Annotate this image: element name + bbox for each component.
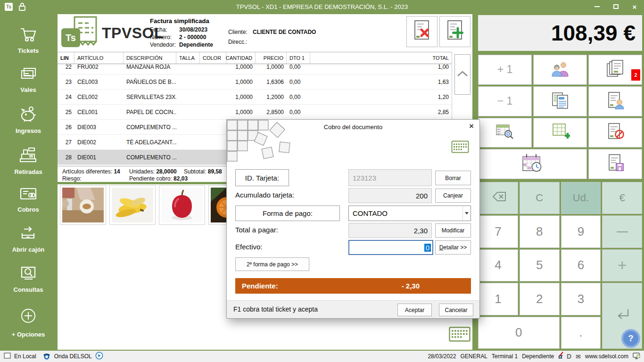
- key-2[interactable]: 2: [520, 283, 560, 315]
- euro-key[interactable]: €: [602, 182, 642, 214]
- cell-precio: 1,2000: [256, 94, 287, 100]
- key-dot[interactable]: .: [561, 317, 601, 349]
- onda-delsol-label: Onda DELSOL: [54, 353, 92, 360]
- chevron-down-icon[interactable]: [462, 206, 471, 221]
- close-button[interactable]: ×: [625, 0, 644, 13]
- ticket-customer-button[interactable]: [588, 86, 642, 116]
- units-key[interactable]: Ud.: [561, 182, 601, 214]
- f1-hint: F1 cobra total ticket y acepta: [233, 305, 318, 313]
- plus-key[interactable]: +: [602, 249, 642, 281]
- dialog-close-icon[interactable]: ×: [469, 122, 474, 131]
- detallar-button[interactable]: Detallar >>: [435, 240, 471, 255]
- total-pagar-label: Total a pagar:: [235, 226, 278, 234]
- sidebar-item-abrir-cajon[interactable]: Abrir cajón: [12, 225, 45, 253]
- delete-ticket-button[interactable]: [406, 16, 438, 47]
- minus-one-button[interactable]: − 1: [478, 86, 532, 116]
- local-checkbox[interactable]: [4, 353, 11, 360]
- cell-dto: 0,00: [287, 94, 310, 100]
- sidebar-item-label: Ingresos: [16, 127, 41, 134]
- table-row[interactable]: 22 FRU002 MANZANA ROJA 1,0000 1,0000 0,0…: [58, 64, 452, 74]
- pending-tickets-button[interactable]: 2: [588, 55, 642, 85]
- save-ticket-button[interactable]: [588, 149, 642, 179]
- col-articulo: ARTÍCULO: [74, 52, 124, 64]
- table-magnifier-icon: [495, 123, 515, 141]
- id-tarjeta-input[interactable]: 123123: [348, 169, 432, 186]
- table-row[interactable]: 25 CEL001 PAPEL DE COCIN... 1,0000 2,850…: [58, 105, 452, 120]
- schedule-document-button[interactable]: [478, 149, 587, 179]
- cell-dto: 0,00: [287, 109, 310, 115]
- sidebar-item-vales[interactable]: Vales: [18, 66, 39, 93]
- monitor-icon[interactable]: [633, 353, 640, 361]
- minus-key[interactable]: [602, 215, 642, 247]
- ticket-delete-icon: [410, 18, 434, 45]
- product-thumbnail-bananas[interactable]: [109, 185, 156, 225]
- key-3[interactable]: 3: [561, 283, 601, 315]
- total-pagar-input[interactable]: 2,30: [348, 223, 432, 238]
- scroll-up-button[interactable]: [454, 54, 471, 95]
- cancelar-button[interactable]: Cancelar: [439, 304, 473, 316]
- sidebar-item-consultas[interactable]: Consultas: [14, 265, 43, 293]
- sidebar-item-label: Consultas: [14, 286, 43, 293]
- product-thumbnail-food[interactable]: [60, 185, 106, 225]
- borrar-button[interactable]: Borrar: [435, 171, 471, 185]
- chevron-up-icon: [456, 70, 469, 79]
- plus-circle-icon: [17, 305, 39, 329]
- forma-pago-label-button[interactable]: Forma de pago:: [235, 206, 340, 221]
- en-local-label: En Local: [14, 353, 36, 360]
- table-row[interactable]: 23 CEL003 PAÑUELOS DE B... 1,0000 1,6306…: [58, 74, 452, 90]
- cancel-ticket-button[interactable]: [588, 118, 642, 148]
- efectivo-input[interactable]: 0: [348, 240, 433, 255]
- backspace-key[interactable]: [478, 182, 518, 214]
- cell-articulo: DIE003: [74, 124, 124, 131]
- direccion-label: Direcc.:: [228, 39, 248, 45]
- key-9[interactable]: 9: [561, 215, 601, 247]
- view-document-button[interactable]: [478, 118, 532, 148]
- tpvsol-logo: Ts TPVSOL: [61, 16, 156, 50]
- sidebar-item-tickets[interactable]: Tickets: [18, 26, 39, 54]
- product-thumbnail-apple[interactable]: [159, 185, 205, 225]
- acumulado-input[interactable]: 200: [348, 188, 432, 203]
- plus-one-button[interactable]: + 1: [478, 55, 532, 85]
- key-5[interactable]: 5: [520, 249, 560, 281]
- modificar-button[interactable]: Modificar: [435, 223, 471, 238]
- segunda-forma-pago-button[interactable]: 2ª forma de pago >>: [235, 257, 309, 271]
- cliente-label: Cliente:: [228, 29, 248, 35]
- new-line-button[interactable]: [533, 118, 587, 148]
- new-ticket-button[interactable]: [439, 16, 471, 47]
- key-4[interactable]: 4: [478, 249, 518, 281]
- key-1[interactable]: 1: [478, 283, 518, 315]
- sidebar-item-opciones[interactable]: + Opciones: [12, 305, 45, 338]
- aceptar-button[interactable]: Aceptar: [397, 304, 432, 316]
- copy-document-button[interactable]: [533, 86, 587, 116]
- cell-lin: 25: [58, 109, 74, 115]
- sidebar-item-cobros[interactable]: Cobros: [17, 187, 39, 213]
- enter-icon: [613, 306, 632, 325]
- canjear-button[interactable]: Canjear: [435, 189, 471, 203]
- vouchers-icon: [18, 66, 39, 84]
- mail-icon[interactable]: ✉: [576, 353, 581, 360]
- alfa-icon: α: [558, 353, 562, 360]
- virtual-keyboard-icon[interactable]: [449, 327, 471, 344]
- customers-button[interactable]: [533, 55, 587, 85]
- articulos-value: 14: [114, 168, 120, 175]
- dialog-keyboard-icon[interactable]: [451, 140, 469, 155]
- detallar-accel: D: [439, 244, 444, 251]
- sidebar-item-ingresos[interactable]: Ingresos: [16, 105, 41, 134]
- help-button[interactable]: ?: [621, 329, 640, 348]
- key-0[interactable]: 0: [478, 317, 560, 349]
- minimize-button[interactable]: [587, 0, 606, 13]
- website-link[interactable]: www.sdelsol.com: [585, 353, 628, 360]
- key-7[interactable]: 7: [478, 215, 518, 247]
- ticket-save-icon: [605, 154, 625, 174]
- id-tarjeta-label-button[interactable]: ID. Tarjeta:: [235, 169, 289, 186]
- clear-key[interactable]: C: [520, 182, 560, 214]
- table-row[interactable]: 24 CEL002 SERVILLETAS 23X... 1,0000 1,20…: [58, 90, 452, 105]
- play-icon[interactable]: [95, 352, 103, 361]
- sidebar-item-retiradas[interactable]: Retiradas: [14, 146, 42, 175]
- document-type: Factura simplificada: [150, 17, 209, 25]
- maximize-button[interactable]: [606, 0, 625, 13]
- forma-pago-select[interactable]: CONTADO: [348, 206, 471, 221]
- key-8[interactable]: 8: [520, 215, 560, 247]
- key-6[interactable]: 6: [561, 249, 601, 281]
- col-cantidad: CANTIDAD: [226, 52, 256, 64]
